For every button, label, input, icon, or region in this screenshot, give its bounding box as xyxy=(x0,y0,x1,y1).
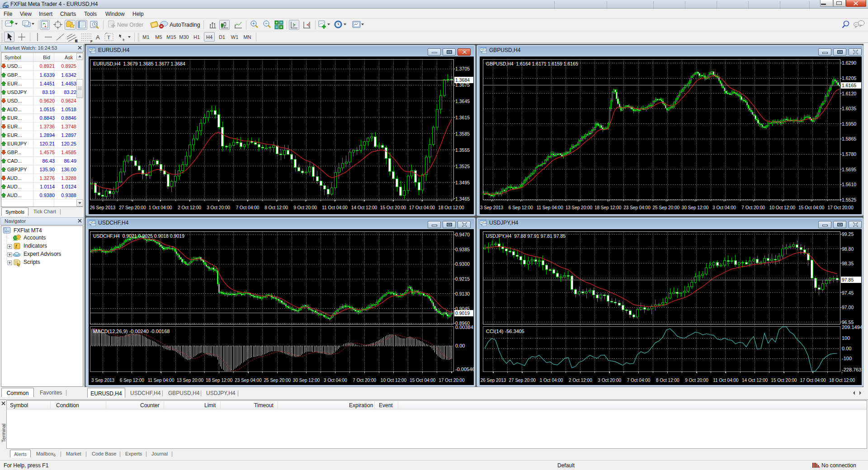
svg-text:0.9385: 0.9385 xyxy=(455,247,470,252)
svg-text:1.3465: 1.3465 xyxy=(455,196,470,202)
svg-text:6 Sep 12:00: 6 Sep 12:00 xyxy=(509,205,533,210)
svg-text:USDCHF,H4 0.9021 0.9025 0.901: USDCHF,H4 0.9021 0.9025 0.9018 0.9019 xyxy=(93,233,184,239)
svg-text:23 Sep 04:00: 23 Sep 04:00 xyxy=(235,378,262,383)
svg-text:1.3615: 1.3615 xyxy=(455,115,470,120)
svg-text:9 Oct 20:00: 9 Oct 20:00 xyxy=(685,378,708,383)
svg-text:1.5610: 1.5610 xyxy=(842,182,856,187)
svg-text:1.3525: 1.3525 xyxy=(455,164,470,169)
svg-text:2 Oct 12:00: 2 Oct 12:00 xyxy=(569,378,592,383)
svg-text:0.9215: 0.9215 xyxy=(455,276,470,282)
svg-text:8 Oct 12:00: 8 Oct 12:00 xyxy=(264,205,288,210)
svg-text:97.85: 97.85 xyxy=(842,277,854,282)
svg-text:11 Oct 04:00: 11 Oct 04:00 xyxy=(322,205,348,210)
svg-text:7 Oct 04:00: 7 Oct 04:00 xyxy=(627,378,651,383)
svg-text:Indicators: Indicators xyxy=(24,243,47,249)
svg-text:1.6120: 1.6120 xyxy=(842,91,856,96)
svg-text:A: A xyxy=(96,34,100,41)
svg-text:MT4: MT4 xyxy=(3,5,9,8)
svg-text:97.00: 97.00 xyxy=(842,305,854,310)
svg-text:96.55: 96.55 xyxy=(842,320,854,325)
svg-text:13 Sep 20:00: 13 Sep 20:00 xyxy=(566,205,593,210)
svg-text:10 Oct 12:00: 10 Oct 12:00 xyxy=(769,205,796,210)
svg-text:1.3645: 1.3645 xyxy=(455,99,470,104)
svg-text:26 Sep 2013: 26 Sep 2013 xyxy=(90,205,116,210)
svg-text:1.3684: 1.3684 xyxy=(455,77,470,83)
svg-text:0.00: 0.00 xyxy=(842,346,851,351)
svg-text:1.3555: 1.3555 xyxy=(455,147,470,153)
svg-text:3 Oct 20:00: 3 Oct 20:00 xyxy=(207,205,230,210)
svg-text:0.9019: 0.9019 xyxy=(455,310,470,316)
svg-text:1.5525: 1.5525 xyxy=(842,197,856,202)
svg-text:0.9470: 0.9470 xyxy=(455,232,470,237)
svg-text:1.3705: 1.3705 xyxy=(455,66,470,71)
svg-text:15 Oct 04:00: 15 Oct 04:00 xyxy=(410,378,436,383)
svg-text:Expert Advisors: Expert Advisors xyxy=(24,251,61,257)
svg-text:209.1494: 209.1494 xyxy=(842,324,862,330)
svg-text:-0.00546: -0.00546 xyxy=(455,367,474,372)
svg-text:27 Sep 20:00: 27 Sep 20:00 xyxy=(509,378,536,383)
svg-text:18 Oct 12:00: 18 Oct 12:00 xyxy=(829,378,855,383)
svg-text:1.5695: 1.5695 xyxy=(842,167,856,172)
svg-text:GBPUSD,H4 1.6164 1.6171 1.615: GBPUSD,H4 1.6164 1.6171 1.6159 1.6165 xyxy=(486,61,578,66)
svg-text:1 Oct 04:00: 1 Oct 04:00 xyxy=(149,205,172,210)
svg-text:USDJPY,H4 97.88 97.91 97.81 9: USDJPY,H4 97.88 97.91 97.81 97.85 xyxy=(486,233,566,239)
svg-text:AutoTrading: AutoTrading xyxy=(170,22,200,28)
svg-text:9 Oct 20:00: 9 Oct 20:00 xyxy=(293,205,317,210)
svg-text:1.6165: 1.6165 xyxy=(842,83,856,88)
svg-text:26 Sep 2013: 26 Sep 2013 xyxy=(481,378,506,383)
svg-text:97.45: 97.45 xyxy=(842,290,854,296)
svg-text:EURUSD,H4 1.3679 1.3685 1.367: EURUSD,H4 1.3679 1.3685 1.3677 1.3684 xyxy=(93,61,185,66)
svg-text:17 Oct 20:00: 17 Oct 20:00 xyxy=(827,205,854,210)
svg-text:CCI(14) -56.3405: CCI(14) -56.3405 xyxy=(486,329,524,334)
svg-text:1.6290: 1.6290 xyxy=(842,60,856,66)
svg-text:1.5865: 1.5865 xyxy=(842,136,856,141)
svg-text:7 Oct 20:00: 7 Oct 20:00 xyxy=(353,378,376,383)
svg-text:0.9130: 0.9130 xyxy=(455,291,470,296)
svg-text:0.00384: 0.00384 xyxy=(455,324,473,330)
svg-text:98.35: 98.35 xyxy=(842,261,854,266)
svg-text:-228.763: -228.763 xyxy=(842,367,861,372)
svg-text:1.5950: 1.5950 xyxy=(842,121,856,127)
svg-text:100: 100 xyxy=(842,335,850,341)
svg-text:6 Sep 12:00: 6 Sep 12:00 xyxy=(120,378,144,383)
svg-text:1 Oct 04:00: 1 Oct 04:00 xyxy=(540,378,563,383)
svg-text:0.00: 0.00 xyxy=(455,343,465,348)
svg-text:1.3495: 1.3495 xyxy=(455,180,470,185)
svg-text:11 Sep 04:00: 11 Sep 04:00 xyxy=(537,205,563,210)
svg-text:7 Oct 04:00: 7 Oct 04:00 xyxy=(236,205,259,210)
svg-text:1.3585: 1.3585 xyxy=(455,131,470,136)
svg-text:3 Oct 20:00: 3 Oct 20:00 xyxy=(598,378,621,383)
svg-text:3 Sep 2013: 3 Sep 2013 xyxy=(480,205,504,210)
svg-text:2 Oct 12:00: 2 Oct 12:00 xyxy=(178,205,201,210)
svg-text:23 Sep 04:00: 23 Sep 04:00 xyxy=(623,205,651,210)
svg-text:1.5780: 1.5780 xyxy=(842,151,856,157)
svg-text:1.6035: 1.6035 xyxy=(842,106,856,111)
svg-text:10 Oct 12:00: 10 Oct 12:00 xyxy=(381,378,407,383)
svg-text:27 Sep 20:00: 27 Sep 20:00 xyxy=(119,205,146,210)
svg-text:18 Sep 12:00: 18 Sep 12:00 xyxy=(206,378,233,383)
svg-text:15 Oct 04:00: 15 Oct 04:00 xyxy=(798,205,825,210)
svg-text:FXFlat MT4: FXFlat MT4 xyxy=(14,227,42,234)
svg-text:MACD(12,26,9) -0.00240 -0.0016: MACD(12,26,9) -0.00240 -0.00168 xyxy=(93,329,170,334)
svg-text:30 Sep 12:00: 30 Sep 12:00 xyxy=(682,205,709,210)
svg-text:14 Oct 12:00: 14 Oct 12:00 xyxy=(351,205,377,210)
svg-text:Accounts: Accounts xyxy=(24,235,46,241)
svg-text:E: E xyxy=(75,39,78,43)
svg-text:Scripts: Scripts xyxy=(24,259,40,265)
svg-text:14 Oct 12:00: 14 Oct 12:00 xyxy=(742,378,768,383)
svg-text:3 Oct 04:00: 3 Oct 04:00 xyxy=(324,378,347,383)
svg-text:-100: -100 xyxy=(842,356,852,361)
svg-text:1.6205: 1.6205 xyxy=(842,75,856,81)
svg-text:13 Sep 20:00: 13 Sep 20:00 xyxy=(177,378,204,383)
svg-text:15 Oct 20:00: 15 Oct 20:00 xyxy=(380,205,406,210)
svg-text:T: T xyxy=(107,35,110,40)
svg-text:3 Oct 04:00: 3 Oct 04:00 xyxy=(712,205,736,210)
svg-text:3 Sep 2013: 3 Sep 2013 xyxy=(91,378,115,383)
svg-text:18 Sep 12:00: 18 Sep 12:00 xyxy=(594,205,622,210)
svg-text:18 Oct 12:00: 18 Oct 12:00 xyxy=(438,205,464,210)
svg-text:25 Sep 20:00: 25 Sep 20:00 xyxy=(653,205,680,210)
svg-text:8 Oct 12:00: 8 Oct 12:00 xyxy=(656,378,679,383)
svg-text:17 Oct 20:00: 17 Oct 20:00 xyxy=(439,378,465,383)
svg-text:F: F xyxy=(90,39,93,43)
svg-text:15 Oct 20:00: 15 Oct 20:00 xyxy=(771,378,797,383)
